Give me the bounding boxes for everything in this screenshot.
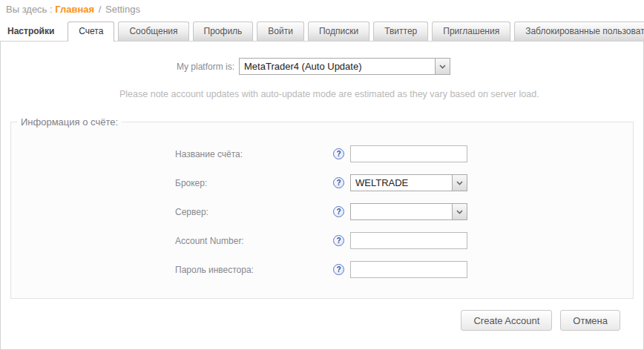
account-info-fieldset: Информация о счёте: Название счёта: ? Бр… — [10, 116, 634, 299]
chevron-down-icon[interactable] — [452, 204, 467, 219]
help-question-icon[interactable]: ? — [333, 148, 344, 159]
investor-password-input[interactable] — [350, 261, 467, 278]
breadcrumb-current: Settings — [105, 4, 140, 15]
chevron-down-icon[interactable] — [435, 59, 450, 74]
create-account-button[interactable]: Create Account — [461, 310, 552, 331]
tab-subscriptions[interactable]: Подписки — [308, 22, 369, 41]
broker-label: Брокер: — [175, 178, 333, 188]
account-number-input[interactable] — [350, 232, 467, 249]
platform-select[interactable]: MetaTrader4 (Auto Update) — [239, 58, 450, 75]
cancel-button[interactable]: Отмена — [560, 310, 620, 331]
server-label: Сервер: — [175, 207, 333, 217]
tab-login[interactable]: Войти — [257, 22, 304, 41]
help-question-icon[interactable]: ? — [333, 235, 344, 246]
breadcrumb: Вы здесь : Главная / Settings — [0, 0, 644, 21]
account-name-label: Название счёта: — [175, 149, 333, 159]
tab-bar: Настройки Счета Сообщения Профиль Войти … — [0, 21, 644, 41]
broker-select[interactable]: WELTRADE — [350, 174, 467, 191]
server-select-value — [351, 204, 452, 219]
tab-messages[interactable]: Сообщения — [118, 22, 188, 41]
breadcrumb-prefix: Вы здесь : — [6, 4, 53, 15]
account-info-legend: Информация о счёте: — [17, 116, 122, 128]
platform-label: My platform is: — [177, 62, 234, 72]
form-row-investor-password: Пароль инвестора: ? — [175, 261, 633, 278]
tab-accounts[interactable]: Счета — [68, 22, 114, 42]
tab-twitter[interactable]: Твиттер — [373, 22, 428, 41]
platform-select-value: MetaTrader4 (Auto Update) — [240, 59, 435, 74]
form-row-broker: Брокер: ? WELTRADE — [175, 174, 633, 191]
platform-row: My platform is: MetaTrader4 (Auto Update… — [177, 58, 643, 75]
broker-select-value: WELTRADE — [351, 175, 452, 191]
tab-profile[interactable]: Профиль — [193, 22, 254, 41]
settings-panel: My platform is: MetaTrader4 (Auto Update… — [0, 41, 644, 350]
help-question-icon[interactable]: ? — [333, 206, 344, 217]
form-row-server: Сервер: ? — [175, 203, 633, 220]
help-question-icon[interactable]: ? — [333, 264, 344, 275]
breadcrumb-separator: / — [97, 4, 103, 15]
tab-blocked-users[interactable]: Заблокированные пользователи — [514, 22, 644, 41]
tab-invitations[interactable]: Приглашения — [432, 22, 510, 41]
help-question-icon[interactable]: ? — [333, 177, 344, 188]
action-buttons-row: Create Account Отмена — [1, 310, 620, 331]
server-select[interactable] — [350, 203, 467, 220]
tab-heading-settings: Настройки — [6, 22, 63, 41]
chevron-down-icon[interactable] — [452, 175, 467, 191]
auto-update-note: Please note account updates with auto-up… — [119, 89, 643, 99]
account-number-label: Account Number: — [175, 236, 333, 246]
investor-password-label: Пароль инвестора: — [175, 265, 333, 275]
form-row-account-number: Account Number: ? — [175, 232, 633, 249]
account-name-input[interactable] — [350, 145, 467, 162]
form-row-account-name: Название счёта: ? — [175, 145, 633, 162]
breadcrumb-home-link[interactable]: Главная — [55, 4, 94, 15]
